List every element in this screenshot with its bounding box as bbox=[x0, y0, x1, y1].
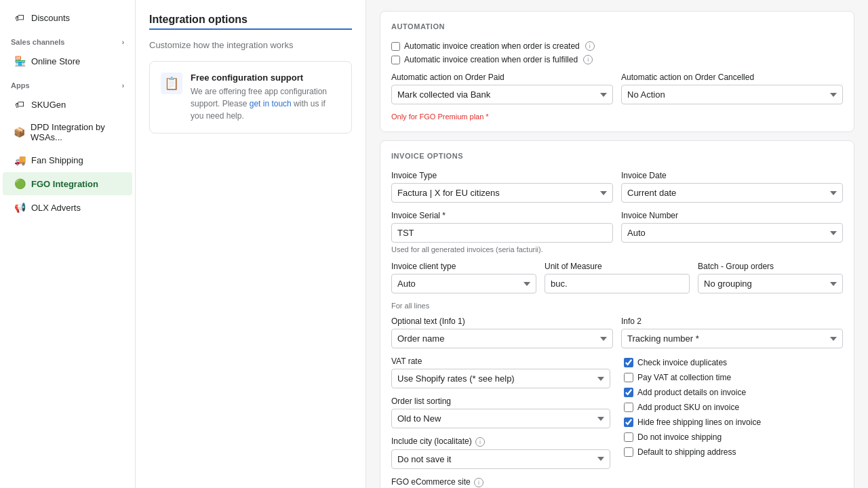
invoice-serial-group: Invoice Serial * Used for all generated … bbox=[391, 211, 613, 253]
vat-rate-group: VAT rate Use Shopify rates (* see help) … bbox=[391, 357, 610, 388]
checkboxes-column: Check invoice duplicates Pay VAT at coll… bbox=[624, 357, 843, 469]
invoice-serial-input[interactable] bbox=[391, 223, 613, 243]
unit-input[interactable] bbox=[545, 274, 690, 293]
check-duplicates-checkbox[interactable] bbox=[624, 358, 633, 367]
optional-text-label: Optional text (Info 1) bbox=[391, 317, 613, 326]
no-invoice-shipping-checkbox[interactable] bbox=[624, 432, 633, 442]
order-cancelled-select[interactable]: No Action Cancel Invoice bbox=[621, 85, 843, 104]
info2-group: Info 2 Tracking number * None Order note bbox=[621, 317, 843, 348]
sidebar-item-dpd[interactable]: 📦 DPD Integration by WSAs... bbox=[3, 117, 132, 148]
sidebar-item-discounts[interactable]: 🏷 Discounts bbox=[3, 6, 132, 29]
pay-vat-checkbox[interactable] bbox=[624, 373, 633, 382]
product-details-checkbox[interactable] bbox=[624, 388, 633, 397]
auto-invoice-fulfilled-label: Automatic invoice creation when order is… bbox=[404, 55, 578, 64]
product-sku-checkbox[interactable] bbox=[624, 403, 633, 412]
invoice-type-group: Invoice Type Factura | X for EU citizens… bbox=[391, 171, 613, 203]
vat-rate-select[interactable]: Use Shopify rates (* see help) 0% 5% 9% … bbox=[391, 369, 610, 388]
fan-shipping-icon: 🚚 bbox=[14, 154, 26, 166]
order-sorting-select[interactable]: Old to New New to Old bbox=[391, 409, 610, 428]
integration-card: 📋 Free configuration support We are offe… bbox=[149, 61, 352, 134]
product-sku-label: Add product SKU on invoice bbox=[637, 403, 739, 412]
invoice-serial-number-row: Invoice Serial * Used for all generated … bbox=[391, 211, 843, 253]
auto-invoice-fulfilled-checkbox[interactable] bbox=[391, 56, 400, 64]
no-invoice-shipping-label: Do not invoice shipping bbox=[637, 432, 722, 442]
card-content: Free configuration support We are offeri… bbox=[191, 73, 340, 122]
hide-free-shipping-item: Hide free shipping lines on invoice bbox=[624, 418, 843, 427]
sidebar: 🏷 Discounts Sales channels › 🏪 Online St… bbox=[0, 0, 136, 488]
sidebar-item-fgo-integration[interactable]: 🟢 FGO Integration bbox=[3, 172, 132, 195]
tag-icon: 🏷 bbox=[14, 12, 26, 24]
chevron-icon: › bbox=[122, 39, 124, 46]
optional-text-select[interactable]: Order name Order note None bbox=[391, 329, 613, 348]
olx-icon: 📢 bbox=[14, 201, 26, 214]
client-unit-batch-row: Invoice client type Auto Person Company … bbox=[391, 262, 843, 293]
sidebar-item-olx-adverts[interactable]: 📢 OLX Adverts bbox=[3, 196, 132, 219]
batch-group: Batch - Group orders No grouping Group b… bbox=[698, 262, 843, 293]
invoice-options-header: INVOICE OPTIONS bbox=[391, 152, 843, 163]
product-details-label: Add product details on invoice bbox=[637, 388, 746, 397]
auto-invoice-created-checkbox[interactable] bbox=[391, 42, 400, 51]
automation-header: AUTOMATION bbox=[391, 22, 843, 33]
apps-chevron-icon: › bbox=[122, 82, 124, 89]
order-sorting-label: Order list sorting bbox=[391, 396, 610, 406]
order-cancelled-group: Automatic action on Order Cancelled No A… bbox=[621, 73, 843, 104]
hide-free-shipping-checkbox[interactable] bbox=[624, 418, 633, 427]
order-sorting-group: Order list sorting Old to New New to Old bbox=[391, 396, 610, 428]
order-paid-label: Automatic action on Order Paid bbox=[391, 73, 613, 82]
info2-select[interactable]: Tracking number * None Order note bbox=[621, 329, 843, 348]
order-paid-select[interactable]: Mark collected via Bank No Action Mark c… bbox=[391, 85, 613, 104]
client-type-label: Invoice client type bbox=[391, 262, 536, 271]
hide-free-shipping-label: Hide free shipping lines on invoice bbox=[637, 418, 761, 427]
batch-label: Batch - Group orders bbox=[698, 262, 843, 271]
client-type-select[interactable]: Auto Person Company bbox=[391, 274, 536, 293]
city-label: Include city (localitate) i bbox=[391, 436, 610, 447]
sidebar-item-online-store[interactable]: 🏪 Online Store bbox=[3, 49, 132, 73]
invoice-checkboxes: Check invoice duplicates Pay VAT at coll… bbox=[624, 358, 843, 457]
auto-invoice-created-label: Automatic invoice creation when order is… bbox=[404, 41, 580, 51]
sidebar-item-skugen[interactable]: 🏷 SKUGen bbox=[3, 93, 132, 116]
client-type-group: Invoice client type Auto Person Company bbox=[391, 262, 536, 293]
invoice-type-label: Invoice Type bbox=[391, 171, 613, 180]
panel-title: Integration options bbox=[149, 14, 352, 26]
city-select[interactable]: Do not save it Save it Required bbox=[391, 449, 610, 469]
default-shipping-checkbox[interactable] bbox=[624, 447, 633, 457]
invoice-type-date-row: Invoice Type Factura | X for EU citizens… bbox=[391, 171, 843, 203]
city-info-icon[interactable]: i bbox=[475, 437, 485, 447]
auto-invoice-created-row: Automatic invoice creation when order is… bbox=[391, 41, 843, 51]
optional-text-group: Optional text (Info 1) Order name Order … bbox=[391, 317, 613, 348]
dpd-icon: 📦 bbox=[14, 126, 25, 138]
card-text: We are offering free app configuration s… bbox=[191, 85, 340, 122]
info-icon-2[interactable]: i bbox=[583, 55, 593, 64]
automation-section: AUTOMATION Automatic invoice creation wh… bbox=[380, 11, 854, 132]
sales-channels-section: Sales channels › bbox=[0, 30, 135, 49]
invoice-type-select[interactable]: Factura | X for EU citizens Factura Prof… bbox=[391, 183, 613, 203]
fgo-site-label: FGO eCommerce site i bbox=[391, 477, 843, 487]
invoice-date-label: Invoice Date bbox=[621, 171, 843, 180]
premium-text: Only for FGO Premium plan * bbox=[391, 113, 843, 121]
auto-invoice-fulfilled-row: Automatic invoice creation when order is… bbox=[391, 55, 843, 64]
get-in-touch-link[interactable]: get in touch bbox=[250, 99, 292, 108]
panel-subtitle: Customize how the integration works bbox=[149, 40, 352, 50]
info-row: Optional text (Info 1) Order name Order … bbox=[391, 317, 843, 348]
left-options: VAT rate Use Shopify rates (* see help) … bbox=[391, 357, 610, 469]
card-icon: 📋 bbox=[161, 73, 182, 94]
content-area: Integration options Customize how the in… bbox=[136, 0, 868, 488]
batch-select[interactable]: No grouping Group by client Group by dat… bbox=[698, 274, 843, 293]
default-shipping-label: Default to shipping address bbox=[637, 447, 736, 457]
info-icon-1[interactable]: i bbox=[585, 41, 595, 51]
apps-section-label: Apps › bbox=[0, 73, 135, 92]
no-invoice-shipping-item: Do not invoice shipping bbox=[624, 432, 843, 442]
fgo-site-info-icon[interactable]: i bbox=[474, 478, 484, 487]
store-icon: 🏪 bbox=[14, 55, 26, 67]
automation-actions-row: Automatic action on Order Paid Mark coll… bbox=[391, 73, 843, 104]
invoice-number-select[interactable]: Auto Manual bbox=[621, 223, 843, 243]
right-panel: AUTOMATION Automatic invoice creation wh… bbox=[366, 0, 868, 488]
invoice-number-label: Invoice Number bbox=[621, 211, 843, 220]
pay-vat-label: Pay VAT at collection time bbox=[637, 373, 731, 382]
check-duplicates-label: Check invoice duplicates bbox=[637, 358, 727, 367]
sidebar-item-fan-shipping[interactable]: 🚚 Fan Shipping bbox=[3, 148, 132, 171]
check-duplicates-item: Check invoice duplicates bbox=[624, 358, 843, 367]
invoice-options-section: INVOICE OPTIONS Invoice Type Factura | X… bbox=[380, 140, 854, 488]
invoice-number-group: Invoice Number Auto Manual bbox=[621, 211, 843, 253]
invoice-date-select[interactable]: Current date Order date bbox=[621, 183, 843, 203]
